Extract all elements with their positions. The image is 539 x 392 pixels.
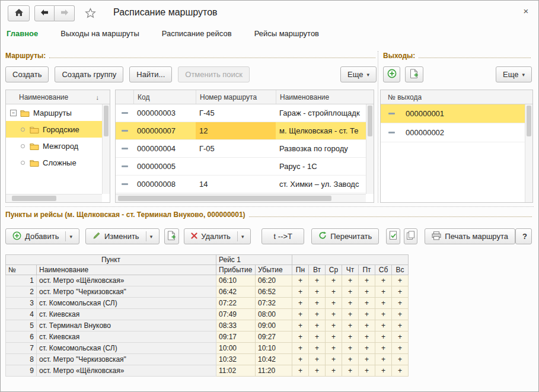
favorites-star-button[interactable] [82,7,98,21]
routes-more-button[interactable]: Еще ▾ [340,66,377,82]
schedule-row[interactable]: 6 ст. Киевская 09:17 09:27 + + + + + + + [6,332,409,343]
day-thu-cell[interactable]: + [342,275,359,286]
column-header-name[interactable]: Наименование [276,90,374,104]
day-sun-cell[interactable]: + [392,320,409,332]
day-sun-cell[interactable]: + [392,365,409,377]
home-button[interactable] [8,5,30,21]
route-row[interactable]: 000000008 14 ст. Химки – ул. Заводс [116,176,366,193]
day-thu-cell[interactable]: + [342,332,359,343]
stop-name-cell[interactable]: ст. Киевская [37,332,216,343]
day-fri-cell[interactable]: + [359,275,375,286]
arrival-cell[interactable]: 10:32 [216,354,256,365]
day-sun-cell[interactable]: + [392,298,409,309]
stop-number-cell[interactable]: 9 [6,365,37,377]
day-tue-cell[interactable]: + [309,354,326,365]
schedule-row[interactable]: 8 ост. Метро "Черкизовская" 10:32 10:42 … [6,354,409,365]
stop-number-cell[interactable]: 8 [6,354,37,365]
departure-cell[interactable]: 11:20 [256,365,292,377]
day-tue-cell[interactable]: + [309,275,326,286]
arrival-cell[interactable]: 06:42 [216,286,256,298]
create-group-button[interactable]: Создать группу [55,66,123,82]
day-tue-cell[interactable]: + [309,298,326,309]
day-wed-cell[interactable]: + [326,354,342,365]
day-tue-cell[interactable]: + [309,365,326,377]
arrival-cell[interactable]: 07:22 [216,298,256,309]
day-thu-cell[interactable]: + [342,354,359,365]
day-wed-cell[interactable]: + [326,298,342,309]
column-header-sat[interactable]: Сб [375,265,392,275]
day-mon-cell[interactable]: + [292,275,309,286]
tab-trip-schedule[interactable]: Расписание рейсов [162,29,232,38]
day-fri-cell[interactable]: + [359,332,375,343]
column-header-arrival[interactable]: Прибытие [216,265,256,275]
schedule-row[interactable]: 9 ост. Метро «Щёлковская» 11:02 11:20 + … [6,365,409,377]
column-header-num[interactable]: № [6,265,37,275]
day-wed-cell[interactable]: + [326,343,342,354]
day-tue-cell[interactable]: + [309,343,326,354]
day-mon-cell[interactable]: + [292,365,309,377]
check-document-button[interactable] [386,228,400,244]
scrollbar-thumb[interactable] [104,106,109,136]
exits-more-button[interactable]: Еще ▾ [496,66,532,82]
day-tue-cell[interactable]: + [309,332,326,343]
stop-name-cell[interactable]: ст. Терминал Внуково [37,320,216,332]
tree-item-city[interactable]: Городские [6,121,102,138]
stop-name-cell[interactable]: ост. Метро "Черкизовская" [37,286,216,298]
collapse-icon[interactable]: − [10,110,17,116]
day-sat-cell[interactable]: + [375,354,392,365]
stop-number-cell[interactable]: 1 [6,275,37,286]
day-thu-cell[interactable]: + [342,320,359,332]
tab-route-exits[interactable]: Выходы на маршруты [60,29,139,38]
print-route-button[interactable]: Печать маршрута [425,228,515,244]
day-mon-cell[interactable]: + [292,320,309,332]
vertical-splitter[interactable] [378,51,378,203]
day-sat-cell[interactable]: + [375,320,392,332]
day-wed-cell[interactable]: + [326,286,342,298]
arrival-cell[interactable]: 08:33 [216,320,256,332]
delete-button[interactable]: Удалить ▾ [184,228,251,244]
departure-cell[interactable]: 06:52 [256,286,292,298]
close-button[interactable]: × [519,4,532,17]
route-row[interactable]: 000000003 Г-45 Гараж - стройплощадк [116,104,366,122]
day-mon-cell[interactable]: + [292,298,309,309]
exit-row-selected[interactable]: 000000001 [381,104,525,123]
departure-cell[interactable]: 10:42 [256,354,292,365]
departure-cell[interactable]: 08:00 [256,309,292,320]
column-header-thu[interactable]: Чт [342,265,359,275]
route-row[interactable]: 000000005 Рарус - 1С [116,158,366,176]
add-exit-button[interactable] [383,66,400,82]
departure-cell[interactable]: 06:20 [256,275,292,286]
column-header-exit-number[interactable]: № выхода [381,90,422,104]
day-sun-cell[interactable]: + [392,286,409,298]
stop-name-cell[interactable]: ост. Метро «Щёлковская» [37,365,216,377]
forward-button[interactable] [55,5,75,21]
day-mon-cell[interactable]: + [292,286,309,298]
scrollbar-thumb[interactable] [527,106,531,136]
time-shift-button[interactable]: t -->T [261,228,304,244]
day-sun-cell[interactable]: + [392,275,409,286]
tab-route-trips[interactable]: Рейсы маршрутов [254,29,319,38]
arrival-cell[interactable]: 06:10 [216,275,256,286]
day-mon-cell[interactable]: + [292,343,309,354]
tree-item-intercity[interactable]: Межгород [6,138,102,154]
back-button[interactable] [34,5,55,21]
column-header-departure[interactable]: Убытие [256,265,292,275]
schedule-row[interactable]: 5 ст. Терминал Внуково 08:33 09:00 + + +… [6,320,409,332]
reread-button[interactable]: Перечитать [311,228,379,244]
day-tue-cell[interactable]: + [309,286,326,298]
day-thu-cell[interactable]: + [342,298,359,309]
day-fri-cell[interactable]: + [359,354,375,365]
day-wed-cell[interactable]: + [326,309,342,320]
day-tue-cell[interactable]: + [309,320,326,332]
arrival-cell[interactable]: 11:02 [216,365,256,377]
help-button[interactable]: ? [515,228,532,244]
cancel-search-button[interactable]: Отменить поиск [178,66,250,82]
departure-cell[interactable]: 07:32 [256,298,292,309]
day-wed-cell[interactable]: + [326,365,342,377]
find-button[interactable]: Найти... [129,66,172,82]
column-header-number[interactable]: Номер маршрута [196,90,276,104]
day-sat-cell[interactable]: + [375,309,392,320]
day-thu-cell[interactable]: + [342,286,359,298]
day-mon-cell[interactable]: + [292,354,309,365]
stop-name-cell[interactable]: ст. Комсомольская (СЛ) [37,298,216,309]
